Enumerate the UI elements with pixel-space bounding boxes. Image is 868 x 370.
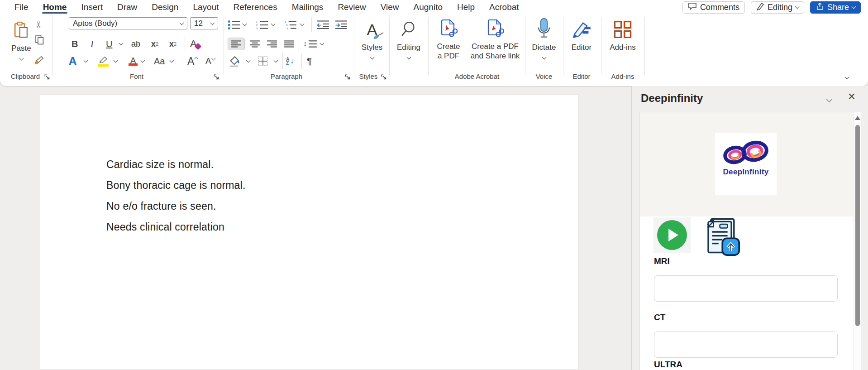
font-name-combobox[interactable]: Aptos (Body)	[69, 17, 187, 29]
document-line: Bony thoracic cage is normal.	[106, 179, 246, 192]
decrease-indent-button[interactable]	[317, 18, 329, 31]
menu-augnito[interactable]: Augnito	[406, 0, 450, 14]
caret-down-icon	[211, 56, 215, 61]
font-dialog-launcher-icon[interactable]	[214, 74, 219, 80]
logo-wordmark: DeepInfinity	[723, 168, 769, 177]
comments-button[interactable]: Comments	[682, 1, 745, 14]
line-spacing-dropdown[interactable]	[320, 38, 324, 50]
play-icon	[668, 229, 678, 241]
text-effects-button[interactable]: A	[69, 55, 76, 67]
bold-button[interactable]: B	[72, 38, 78, 50]
document-page[interactable]: Cardiac size is normal. Bony thoracic ca…	[40, 95, 578, 370]
ct-input[interactable]	[654, 332, 838, 358]
dictate-button[interactable]: Dictate	[529, 16, 559, 59]
chevron-down-icon	[210, 20, 215, 25]
numbering-dropdown[interactable]	[272, 18, 275, 31]
menu-draw[interactable]: Draw	[110, 0, 144, 14]
superscript-button[interactable]: x2	[169, 38, 176, 50]
chevron-down-icon	[274, 58, 278, 63]
collapse-ribbon-button[interactable]	[845, 72, 849, 84]
font-color-button[interactable]: A	[129, 55, 138, 67]
borders-dropdown[interactable]	[274, 55, 277, 67]
underline-dropdown[interactable]	[119, 38, 123, 50]
bold-glyph: B	[72, 39, 78, 49]
highlight-dropdown[interactable]	[114, 55, 117, 67]
scrollbar-thumb[interactable]	[855, 125, 860, 326]
line-spacing-button[interactable]: ↕	[303, 38, 317, 50]
subscript-button[interactable]: x2	[151, 38, 158, 50]
menu-design[interactable]: Design	[144, 0, 186, 14]
share-button[interactable]: Share	[810, 1, 861, 14]
editing-button[interactable]: Editing	[391, 16, 426, 59]
align-center-button[interactable]	[249, 38, 260, 50]
strikethrough-button[interactable]: ab	[131, 38, 140, 50]
copy-button[interactable]	[35, 34, 44, 47]
shrink-font-button[interactable]: A	[205, 55, 215, 67]
underline-button[interactable]: U	[106, 38, 112, 50]
chevron-down-icon	[271, 22, 276, 26]
multilevel-dropdown[interactable]	[300, 18, 304, 31]
editing-mode-button[interactable]: Editing	[751, 1, 804, 14]
subscript-glyph: x	[151, 39, 156, 49]
italic-button[interactable]: I	[91, 38, 94, 50]
bullets-button[interactable]	[228, 18, 240, 31]
styles-dialog-launcher-icon[interactable]	[381, 74, 387, 80]
create-pdf-share-button[interactable]: Create a PDF and Share link	[467, 16, 523, 61]
multilevel-list-button[interactable]: 1ai	[284, 18, 297, 31]
clear-formatting-button[interactable]: A	[190, 38, 200, 50]
mri-label: MRI	[654, 256, 670, 266]
play-button[interactable]	[657, 220, 687, 250]
upload-report-button[interactable]	[701, 216, 740, 258]
paste-button[interactable]: Paste	[9, 16, 33, 60]
show-marks-button[interactable]: ¶	[307, 55, 312, 67]
shading-dropdown[interactable]	[247, 55, 250, 67]
sort-button[interactable]: AZ ↓	[286, 55, 294, 67]
menu-file[interactable]: File	[7, 0, 36, 14]
line-spacing-icon	[308, 40, 317, 48]
menu-references[interactable]: References	[226, 0, 285, 14]
justify-icon	[284, 40, 295, 48]
align-right-button[interactable]	[267, 38, 277, 50]
close-icon[interactable]: ×	[848, 90, 855, 104]
task-pane-scrollbar[interactable]	[854, 112, 861, 370]
cut-button[interactable]: ✂	[35, 18, 43, 31]
mri-input[interactable]	[654, 275, 838, 302]
font-size-combobox[interactable]: 12	[190, 17, 218, 29]
change-case-button[interactable]: Aa	[154, 55, 165, 67]
font-color-dropdown[interactable]	[141, 55, 144, 67]
menu-insert[interactable]: Insert	[74, 0, 110, 14]
justify-button[interactable]	[284, 38, 295, 50]
increase-indent-button[interactable]	[335, 18, 348, 31]
format-painter-button[interactable]	[34, 55, 44, 67]
paragraph-dialog-launcher-icon[interactable]	[345, 74, 351, 80]
task-pane-menu-button[interactable]	[827, 95, 831, 103]
clipboard-dialog-launcher-icon[interactable]	[44, 74, 50, 80]
editor-button[interactable]: Editor	[566, 16, 597, 52]
decrease-indent-icon	[317, 20, 329, 29]
create-pdf-button[interactable]: Create a PDF	[433, 16, 464, 61]
addins-button[interactable]: Add-ins	[604, 16, 642, 52]
comments-label: Comments	[700, 3, 739, 12]
menu-view[interactable]: View	[373, 0, 406, 14]
italic-glyph: I	[91, 39, 94, 49]
menu-mailings[interactable]: Mailings	[285, 0, 331, 14]
styles-button[interactable]: A Styles	[357, 16, 387, 59]
borders-button[interactable]	[258, 55, 268, 67]
text-effects-dropdown[interactable]	[84, 55, 87, 67]
grow-font-button[interactable]: A	[187, 55, 198, 67]
bullets-dropdown[interactable]	[243, 18, 246, 31]
change-case-dropdown[interactable]	[170, 55, 173, 67]
menu-acrobat[interactable]: Acrobat	[482, 0, 526, 14]
menu-home[interactable]: Home	[36, 0, 74, 14]
highlight-button[interactable]	[98, 55, 109, 67]
menu-layout[interactable]: Layout	[186, 0, 226, 14]
menu-review[interactable]: Review	[330, 0, 373, 14]
numbering-button[interactable]: 123	[256, 18, 268, 31]
align-left-button[interactable]	[228, 38, 245, 50]
chevron-down-icon	[243, 22, 247, 26]
menu-help[interactable]: Help	[450, 0, 482, 14]
paste-clipboard-icon	[14, 16, 29, 43]
scroll-up-icon[interactable]	[855, 116, 860, 120]
shading-button[interactable]	[229, 55, 240, 67]
styles-icon: A	[367, 16, 377, 43]
